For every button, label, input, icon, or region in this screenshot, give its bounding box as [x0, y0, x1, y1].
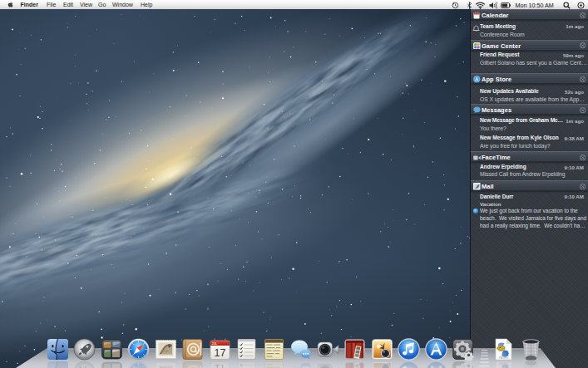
svg-text:PAGES: PAGES: [499, 356, 509, 360]
svg-text:17: 17: [214, 347, 225, 359]
svg-text:JUL: JUL: [211, 342, 216, 346]
